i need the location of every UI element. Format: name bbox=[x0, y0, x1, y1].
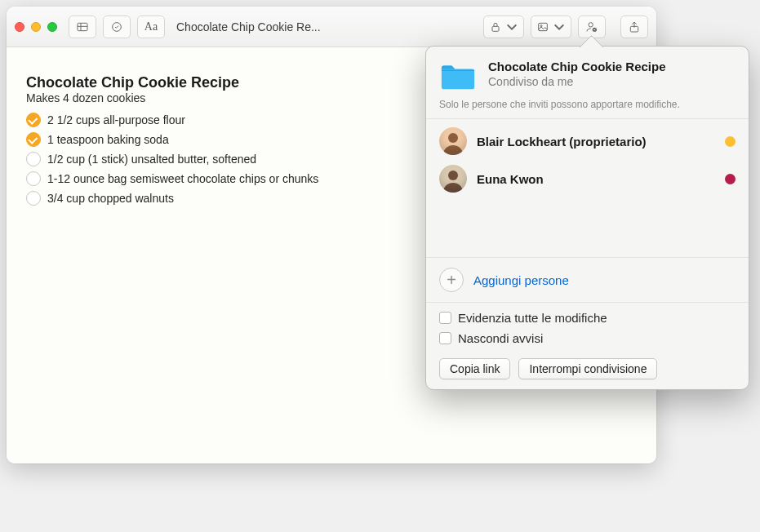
format-button[interactable]: Aa bbox=[137, 16, 165, 38]
avatar bbox=[439, 127, 467, 155]
view-list-button[interactable] bbox=[69, 16, 96, 38]
checklist-item-label: 3/4 cup chopped walnuts bbox=[47, 192, 174, 205]
svg-point-7 bbox=[589, 22, 593, 26]
media-button[interactable] bbox=[531, 16, 571, 38]
share-title: Chocolate Chip Cookie Recipe bbox=[488, 60, 666, 73]
collaborate-button[interactable] bbox=[578, 16, 606, 38]
participant-row[interactable]: Blair Lockheart (proprietario) bbox=[439, 127, 736, 155]
share-option-label: Nascondi avvisi bbox=[458, 331, 543, 345]
check-circle-icon[interactable] bbox=[26, 171, 41, 186]
svg-rect-10 bbox=[439, 127, 467, 155]
minimize-window-button[interactable] bbox=[31, 22, 41, 32]
svg-point-13 bbox=[448, 171, 458, 180]
checklist-item-label: 1 teaspoon baking soda bbox=[47, 133, 169, 146]
participant-name: Euna Kwon bbox=[477, 172, 715, 186]
avatar bbox=[439, 165, 467, 193]
zoom-window-button[interactable] bbox=[47, 22, 57, 32]
lock-icon bbox=[489, 20, 502, 33]
traffic-lights bbox=[15, 22, 57, 32]
add-people-label: Aggiungi persone bbox=[473, 273, 569, 287]
checkbox[interactable] bbox=[439, 312, 451, 324]
checklist-icon bbox=[110, 20, 123, 33]
share-hint: Solo le persone che inviti possono appor… bbox=[426, 97, 749, 119]
share-popover: Chocolate Chip Cookie Recipe Condiviso d… bbox=[425, 46, 749, 390]
popover-header: Chocolate Chip Cookie Recipe Condiviso d… bbox=[426, 47, 749, 97]
titlebar: Aa Chocolate Chip Cookie Re... bbox=[7, 7, 656, 47]
checklist-item-label: 1-12 ounce bag semisweet chocolate chips… bbox=[47, 172, 318, 185]
svg-rect-4 bbox=[492, 26, 499, 31]
check-circle-icon[interactable] bbox=[26, 191, 41, 206]
check-circle-icon[interactable] bbox=[26, 152, 41, 166]
copy-link-button[interactable]: Copia link bbox=[439, 358, 510, 379]
chevron-down-icon bbox=[553, 20, 566, 33]
checklist-item-label: 1/2 cup (1 stick) unsalted butter, softe… bbox=[47, 153, 256, 166]
share-option-row[interactable]: Evidenzia tutte le modifiche bbox=[439, 311, 736, 325]
image-icon bbox=[536, 20, 549, 33]
checkbox[interactable] bbox=[439, 332, 451, 344]
participant-name: Blair Lockheart (proprietario) bbox=[477, 135, 715, 149]
svg-rect-12 bbox=[439, 165, 467, 193]
check-circle-icon[interactable] bbox=[26, 132, 41, 147]
add-people-button[interactable]: + Aggiungi persone bbox=[426, 258, 749, 303]
participants-list: Blair Lockheart (proprietario)Euna Kwon bbox=[426, 119, 749, 258]
lock-button[interactable] bbox=[483, 16, 524, 38]
chevron-down-icon bbox=[505, 20, 518, 33]
list-icon bbox=[76, 20, 89, 33]
share-option-label: Evidenzia tutte le modifiche bbox=[458, 311, 607, 325]
share-options: Evidenzia tutte le modificheNascondi avv… bbox=[426, 303, 749, 348]
svg-rect-5 bbox=[539, 23, 548, 30]
share-icon bbox=[628, 20, 641, 33]
close-window-button[interactable] bbox=[15, 22, 24, 32]
plus-icon: + bbox=[439, 268, 464, 292]
popover-buttons: Copia link Interrompi condivisione bbox=[426, 348, 749, 379]
check-circle-icon[interactable] bbox=[26, 113, 41, 127]
checklist-item-label: 2 1/2 cups all-purpose flour bbox=[47, 113, 185, 126]
format-icon: Aa bbox=[144, 20, 158, 33]
share-option-row[interactable]: Nascondi avvisi bbox=[439, 331, 736, 345]
window-title: Chocolate Chip Cookie Re... bbox=[171, 20, 477, 33]
checklist-button[interactable] bbox=[103, 16, 131, 38]
stop-sharing-button[interactable]: Interrompi condivisione bbox=[518, 358, 657, 379]
folder-icon bbox=[439, 60, 477, 92]
svg-point-11 bbox=[448, 133, 458, 143]
svg-rect-0 bbox=[78, 23, 87, 30]
person-check-icon bbox=[585, 20, 598, 33]
presence-dot-icon bbox=[725, 136, 736, 147]
participant-row[interactable]: Euna Kwon bbox=[439, 165, 736, 193]
presence-dot-icon bbox=[725, 174, 736, 184]
share-subtitle: Condiviso da me bbox=[488, 75, 666, 88]
share-button[interactable] bbox=[620, 16, 648, 38]
